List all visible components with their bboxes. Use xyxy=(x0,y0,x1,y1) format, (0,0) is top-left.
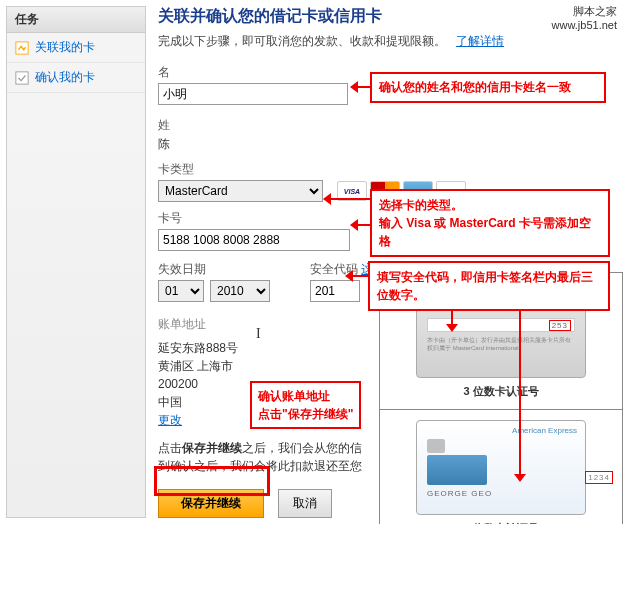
svg-marker-11 xyxy=(446,324,458,332)
callout-billing: 确认账单地址 点击"保存并继续" xyxy=(250,381,361,429)
expiry-label: 失效日期 xyxy=(158,261,270,278)
svg-marker-13 xyxy=(514,474,526,482)
learn-more-link[interactable]: 了解详情 xyxy=(456,34,504,48)
link-card-icon xyxy=(15,41,29,55)
card-no-input[interactable] xyxy=(158,229,350,251)
sidebar-item-confirm-card[interactable]: 确认我的卡 xyxy=(7,63,145,93)
save-button[interactable]: 保存并继续 xyxy=(158,489,264,518)
cancel-button[interactable]: 取消 xyxy=(278,489,332,518)
page-title: 关联并确认您的借记卡或信用卡 xyxy=(158,6,619,27)
card-sample-front: American Express GEORGE GEO 1234 4 位数卡认证… xyxy=(380,409,622,524)
expiry-month-select[interactable]: 01 xyxy=(158,280,204,302)
callout-cvv: 填写安全代码，即信用卡签名栏内最后三 位数字。 xyxy=(368,261,610,311)
confirm-card-icon xyxy=(15,71,29,85)
arrow-icon xyxy=(514,302,526,485)
sidebar-item-label: 关联我的卡 xyxy=(35,39,95,56)
last-name-label: 姓 xyxy=(158,117,619,134)
text-cursor-icon: I xyxy=(256,326,261,342)
svg-marker-8 xyxy=(345,270,353,282)
billing-address: 延安东路888号 黄浦区 上海市 200200 中国 更改 xyxy=(158,339,238,429)
svg-marker-4 xyxy=(323,193,331,205)
sidebar: 任务 关联我的卡 确认我的卡 xyxy=(6,6,146,518)
card-type-label: 卡类型 xyxy=(158,161,619,178)
card-front-image: American Express GEORGE GEO 1234 xyxy=(416,420,586,515)
svg-marker-6 xyxy=(350,219,358,231)
expiry-year-select[interactable]: 2010 xyxy=(210,280,270,302)
card-type-select[interactable]: MasterCard xyxy=(158,180,323,202)
callout-cardtype: 选择卡的类型。 输入 Visa 或 MasterCard 卡号需添加空格 xyxy=(370,189,610,257)
arrow-icon xyxy=(323,193,370,208)
arrow-icon xyxy=(350,81,370,96)
arrow-icon xyxy=(350,219,370,234)
card-caption-4digit: 4 位数卡认证号 xyxy=(390,521,612,524)
callout-name: 确认您的姓名和您的信用卡姓名一致 xyxy=(370,72,606,103)
first-name-input[interactable] xyxy=(158,83,348,105)
svg-rect-1 xyxy=(16,71,28,83)
arrow-icon xyxy=(345,270,368,285)
page-subtitle: 完成以下步骤，即可取消您的发款、收款和提现限额。 了解详情 xyxy=(158,33,619,50)
sidebar-item-label: 确认我的卡 xyxy=(35,69,95,86)
sidebar-item-link-card[interactable]: 关联我的卡 xyxy=(7,33,145,63)
last-name-value: 陈 xyxy=(158,136,619,153)
svg-marker-2 xyxy=(350,81,358,93)
change-address-link[interactable]: 更改 xyxy=(158,413,182,427)
card-caption-3digit: 3 位数卡认证号 xyxy=(390,384,612,399)
sidebar-header: 任务 xyxy=(7,7,145,33)
